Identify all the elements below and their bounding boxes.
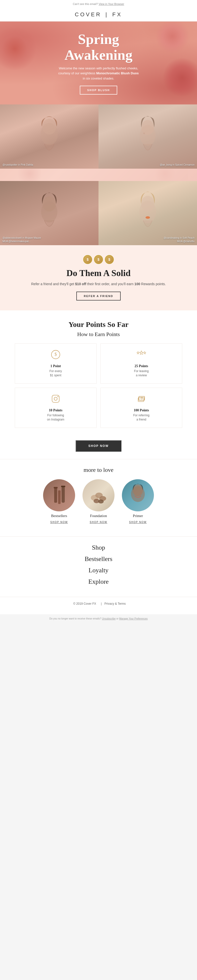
refer-icon-svg xyxy=(136,394,146,404)
product-circle-bestsellers xyxy=(43,479,75,511)
cant-see-text: Can't see this email? xyxy=(73,2,98,5)
hero-subtitle: Welcome the new season with perfectly fl… xyxy=(57,66,140,81)
point-value-3: 10 Points xyxy=(19,408,92,412)
svg-point-9 xyxy=(145,216,150,219)
footer-nav: Shop Bestsellers Loyalty Explore xyxy=(0,536,197,597)
coin-1: $ xyxy=(83,255,92,264)
manage-preferences-link[interactable]: Manage Your Preferences xyxy=(119,617,148,620)
blush-powder-row xyxy=(0,169,197,181)
footer: © 2019 Cover FX | Privacy & Terms xyxy=(0,597,197,614)
footer-separator: | xyxy=(101,602,102,605)
product-item-primer: Primer SHOP NOW xyxy=(122,479,154,524)
shop-blush-button[interactable]: SHOP BLUSH xyxy=(80,86,117,95)
more-love-title: more to love xyxy=(5,467,192,473)
photo-placeholder-1 xyxy=(0,105,99,169)
photo-placeholder-3 xyxy=(0,181,99,245)
referral-coins: $ $ $ xyxy=(15,255,182,264)
referral-section: $ $ $ Do Them A Solid Refer a friend and… xyxy=(0,245,197,310)
unsubscribe-or: or xyxy=(116,617,119,620)
product-shop-foundation[interactable]: SHOP NOW xyxy=(90,521,107,523)
face-silhouette-1 xyxy=(37,115,61,159)
point-label-4: For referringa friend xyxy=(105,413,178,422)
logo-divider: | xyxy=(106,11,108,18)
stars-icon xyxy=(105,350,178,362)
photo-grid: @ryanbpotter in Pink Dahlia @ae_bong in … xyxy=(0,105,197,245)
primer-visual xyxy=(127,483,149,508)
product-item-foundation: Foundation SHOP NOW xyxy=(82,479,115,524)
hero-section: Spring Awakening Welcome the new season … xyxy=(0,21,197,105)
blush-splat-1 xyxy=(15,169,44,181)
points-title: Your Points So Far xyxy=(10,320,187,329)
photo-caption-2: @ae_bong in Spiced Cinnamon xyxy=(160,163,195,167)
svg-rect-22 xyxy=(54,488,57,503)
referral-description: Refer a friend and they'll get $10 off t… xyxy=(15,281,182,287)
svg-rect-24 xyxy=(61,487,65,503)
svg-point-1 xyxy=(43,119,56,135)
foundation-visual xyxy=(89,484,108,506)
instagram-icon-svg xyxy=(51,394,61,404)
product-shop-bestsellers[interactable]: SHOP NOW xyxy=(50,521,68,523)
product-name-bestsellers: Bestsellers xyxy=(43,514,75,518)
svg-text:$: $ xyxy=(54,352,57,357)
photo-3: @abbeystockwell in Mojave MauveMUA @hele… xyxy=(0,181,99,245)
nav-item-bestsellers[interactable]: Bestsellers xyxy=(5,555,192,563)
points-section: Your Points So Far How to Earn Points $ … xyxy=(0,310,197,433)
face-silhouette-3 xyxy=(37,190,61,236)
point-value-2: 25 Points xyxy=(105,364,178,368)
nav-item-shop[interactable]: Shop xyxy=(5,544,192,551)
product-shop-primer[interactable]: SHOP NOW xyxy=(129,521,147,523)
svg-rect-23 xyxy=(58,490,61,504)
nav-item-loyalty[interactable]: Loyalty xyxy=(5,567,192,574)
point-value-4: 100 Points xyxy=(105,408,178,412)
refer-icon xyxy=(105,394,178,406)
svg-rect-25 xyxy=(54,487,58,488)
view-browser-link[interactable]: View in Your Browser xyxy=(99,2,125,5)
earn-points-title: How to Earn Points xyxy=(10,331,187,337)
referral-title: Do Them A Solid xyxy=(15,268,182,278)
nav-item-explore[interactable]: Explore xyxy=(5,578,192,585)
logo-section: COVER | FX xyxy=(0,8,197,21)
coin-2: $ xyxy=(94,255,103,264)
photo-2: @ae_bong in Spiced Cinnamon xyxy=(99,105,197,169)
blush-splat-2 xyxy=(153,169,177,181)
product-name-primer: Primer xyxy=(122,514,154,518)
hero-content: Spring Awakening Welcome the new season … xyxy=(42,21,155,105)
product-name-foundation: Foundation xyxy=(82,514,115,518)
point-card-stars: 25 Points For leavinga review xyxy=(101,344,182,384)
svg-point-6 xyxy=(43,196,56,212)
svg-point-33 xyxy=(133,484,143,496)
top-bar: Can't see this email? View in Your Brows… xyxy=(0,0,197,8)
photo-caption-1: @ryanbpotter in Pink Dahlia xyxy=(2,163,33,167)
shop-now-button[interactable]: SHOP NOW xyxy=(76,440,121,452)
points-grid: $ 1 Point For every$1 spent 25 Points xyxy=(15,344,182,428)
logo-part1: COVER xyxy=(75,11,101,18)
stars-icon-svg xyxy=(136,350,146,360)
svg-point-21 xyxy=(141,397,143,399)
face-silhouette-4 xyxy=(136,188,160,238)
photo-placeholder-4 xyxy=(99,181,197,245)
privacy-terms-link[interactable]: Privacy & Terms xyxy=(104,602,126,605)
logo[interactable]: COVER | FX xyxy=(5,11,192,18)
svg-point-3 xyxy=(141,120,154,135)
photo-1: @ryanbpotter in Pink Dahlia xyxy=(0,105,99,169)
product-circle-primer xyxy=(122,479,154,511)
svg-point-31 xyxy=(98,500,104,503)
photo-row-1: @ryanbpotter in Pink Dahlia @ae_bong in … xyxy=(0,105,197,169)
product-circle-foundation xyxy=(82,479,115,511)
point-label-2: For leavinga review xyxy=(105,369,178,377)
logo-part2: FX xyxy=(112,11,122,18)
svg-point-17 xyxy=(57,396,58,397)
svg-rect-26 xyxy=(61,486,65,487)
point-value-1: 1 Point xyxy=(19,364,92,368)
unsubscribe-text: Do you no longer want to receive these e… xyxy=(49,617,101,620)
shop-btn-section: SHOP NOW xyxy=(0,433,197,459)
point-label-3: For followingon Instagram xyxy=(19,413,92,422)
unsubscribe-bar: Do you no longer want to receive these e… xyxy=(0,614,197,623)
more-love-section: more to love Bestsellers SHOP NOW xyxy=(0,459,197,536)
bestsellers-visual xyxy=(49,483,69,508)
svg-point-4 xyxy=(143,133,145,134)
refer-friend-button[interactable]: REFER A FRIEND xyxy=(76,292,120,301)
svg-marker-14 xyxy=(143,352,146,354)
point-card-refer: 100 Points For referringa friend xyxy=(101,388,182,428)
unsubscribe-link[interactable]: Unsubscribe xyxy=(102,617,116,620)
